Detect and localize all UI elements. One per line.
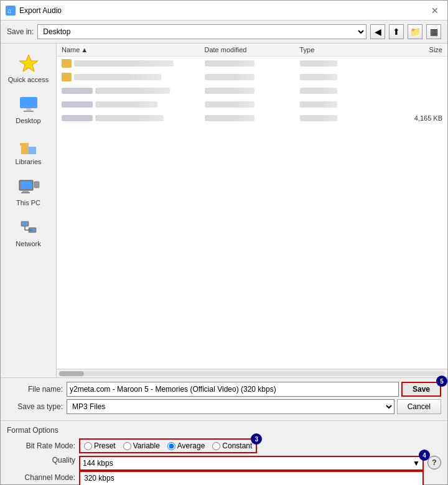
file-list-area: Name ▲ Date modified Type Size: [57, 44, 447, 377]
sidebar-item-libraries-label: Libraries: [15, 158, 41, 165]
title-bar: ♫ Export Audio ✕: [1, 1, 447, 21]
bitrate-badge: 3: [251, 433, 262, 445]
help-button[interactable]: ?: [427, 456, 441, 469]
svg-rect-6: [21, 146, 29, 154]
star-icon: [17, 52, 40, 75]
svg-marker-2: [19, 55, 38, 72]
sidebar: Quick access Desktop Libraries: [1, 44, 57, 377]
pc-icon: [17, 175, 40, 198]
svg-rect-13: [34, 182, 39, 188]
quality-label: Quality: [7, 456, 75, 464]
new-folder-button[interactable]: 📁: [408, 24, 422, 39]
toolbar: Save in: Desktop ◀ ⬆ 📁 ▦: [1, 21, 447, 43]
dialog-title: Export Audio: [19, 6, 62, 15]
svg-rect-3: [20, 97, 37, 108]
filename-blur: [74, 60, 174, 67]
saveas-row: Save as type: MP3 Files Cancel: [7, 399, 441, 414]
header-name[interactable]: Name ▲: [62, 46, 205, 53]
sidebar-item-desktop[interactable]: Desktop: [4, 90, 54, 128]
quality-badge: 4: [419, 450, 430, 461]
sidebar-item-quickaccess[interactable]: Quick access: [4, 48, 54, 87]
folder-icon: [62, 73, 72, 81]
table-row[interactable]: [57, 98, 447, 111]
horizontal-scrollbar[interactable]: [57, 369, 447, 377]
radio-average[interactable]: Average: [167, 441, 205, 450]
audio-icon: ♫: [6, 6, 16, 16]
format-section: Format Options Bit Rate Mode: Preset Var…: [1, 420, 447, 484]
svg-rect-8: [29, 147, 36, 154]
radio-variable[interactable]: Variable: [123, 441, 160, 450]
table-row[interactable]: [57, 57, 447, 70]
quality-selected-value: 144 kbps: [83, 459, 113, 468]
filename-row: File name: Save 5: [7, 382, 441, 397]
export-audio-dialog: ♫ Export Audio ✕ Save in: Desktop ◀ ⬆ 📁 …: [0, 0, 448, 485]
channel-label: Channel Mode:: [7, 473, 75, 482]
svg-rect-15: [22, 223, 27, 225]
saveas-select[interactable]: MP3 Files: [67, 399, 394, 414]
library-icon: [17, 134, 40, 157]
header-size[interactable]: Size: [395, 46, 443, 53]
filename-input[interactable]: [67, 382, 399, 397]
table-row[interactable]: 4,165 KB: [57, 111, 447, 125]
header-date[interactable]: Date modified: [205, 46, 300, 53]
svg-rect-5: [24, 111, 34, 112]
save-badge: 5: [436, 376, 447, 387]
header-type[interactable]: Type: [300, 46, 395, 53]
up-button[interactable]: ⬆: [389, 24, 404, 39]
filename-label: File name:: [7, 385, 63, 394]
save-button[interactable]: Save: [401, 382, 441, 397]
file-list-header: Name ▲ Date modified Type Size: [57, 44, 447, 57]
quality-dropdown-list[interactable]: 320 kbps 256 kbps 224 kbps 192 kbps 160 …: [79, 471, 424, 485]
close-button[interactable]: ✕: [427, 3, 442, 18]
sidebar-item-network[interactable]: Network: [4, 213, 54, 251]
dropdown-arrow-icon: ▼: [413, 459, 420, 468]
file-rows: 4,165 KB: [57, 57, 447, 369]
view-button[interactable]: ▦: [426, 24, 441, 39]
svg-rect-12: [21, 192, 30, 193]
svg-text:♫: ♫: [7, 7, 12, 14]
sidebar-item-quickaccess-label: Quick access: [8, 76, 49, 83]
radio-constant[interactable]: Constant: [212, 441, 252, 450]
svg-rect-4: [26, 108, 31, 111]
sidebar-item-thispc-label: This PC: [16, 199, 40, 206]
bitrate-row: Bit Rate Mode: Preset Variable Average C…: [7, 438, 441, 453]
svg-rect-10: [21, 182, 32, 189]
saveas-label: Save as type:: [7, 402, 63, 411]
table-row[interactable]: [57, 84, 447, 98]
network-icon: [17, 216, 40, 239]
bitrate-label: Bit Rate Mode:: [7, 441, 75, 450]
quality-select[interactable]: 144 kbps ▼: [79, 456, 424, 471]
bitrate-radio-group: Preset Variable Average Constant 3: [79, 438, 257, 453]
table-row[interactable]: [57, 70, 447, 84]
radio-preset[interactable]: Preset: [84, 441, 116, 450]
main-area: Quick access Desktop Libraries: [1, 43, 447, 377]
folder-icon: [62, 59, 72, 68]
bottom-form: File name: Save 5 Save as type: MP3 File…: [1, 377, 447, 420]
sidebar-item-desktop-label: Desktop: [16, 117, 40, 124]
desktop-icon: [17, 93, 40, 116]
list-item[interactable]: 320 kbps: [80, 472, 422, 484]
svg-rect-7: [20, 143, 29, 146]
back-button[interactable]: ◀: [370, 24, 385, 39]
location-select[interactable]: Desktop: [37, 24, 366, 39]
svg-rect-11: [22, 190, 29, 192]
format-section-title: Format Options: [7, 426, 441, 435]
quality-dropdown-wrap: 144 kbps ▼ 4 320 kbps 256 kbps 224 kbps …: [79, 456, 424, 471]
save-in-label: Save in:: [7, 27, 34, 36]
file-size: 4,165 KB: [395, 114, 443, 122]
cancel-button[interactable]: Cancel: [397, 399, 441, 414]
title-bar-left: ♫ Export Audio: [6, 6, 62, 16]
sidebar-item-network-label: Network: [16, 240, 40, 247]
quality-row: Quality 144 kbps ▼ 4 320 kbps 256 kbps 2…: [7, 456, 441, 471]
sidebar-item-thispc[interactable]: This PC: [4, 172, 54, 210]
sidebar-item-libraries[interactable]: Libraries: [4, 131, 54, 169]
